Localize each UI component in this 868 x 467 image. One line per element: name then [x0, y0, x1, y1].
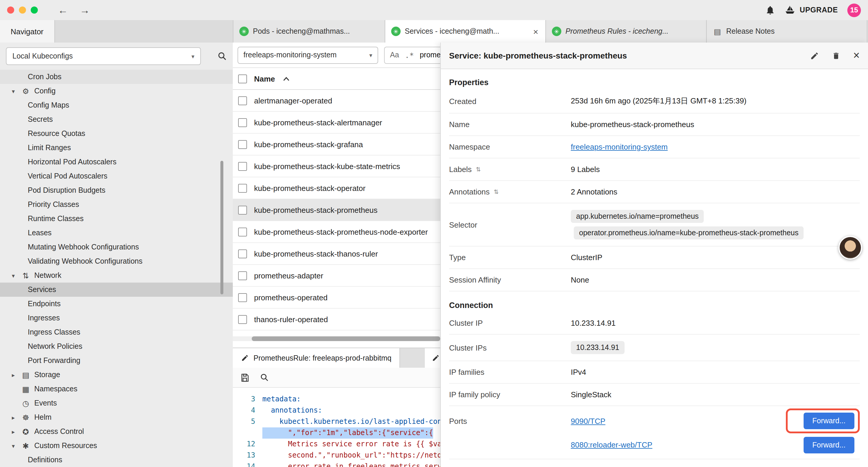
row-checkbox[interactable]: [238, 205, 247, 214]
edit-icon[interactable]: [810, 51, 819, 60]
save-icon[interactable]: [240, 373, 249, 382]
regex-icon[interactable]: .*: [405, 51, 414, 59]
port-link[interactable]: 9090/TCP: [571, 416, 606, 425]
match-case-icon[interactable]: Aa: [390, 51, 399, 59]
sidebar-item-network[interactable]: ▾⇅Network: [0, 268, 233, 283]
back-icon[interactable]: ←: [58, 5, 68, 15]
avatar[interactable]: [838, 236, 862, 260]
tab-release-notes[interactable]: ▤Release Notes: [707, 20, 867, 42]
sidebar-item-pod-disruption-budgets[interactable]: Pod Disruption Budgets: [0, 183, 233, 198]
chevron-down-icon[interactable]: ▾: [12, 272, 21, 279]
sidebar-item-resource-quotas[interactable]: Resource Quotas: [0, 126, 233, 141]
sidebar-item-secrets[interactable]: Secrets: [0, 112, 233, 126]
navigator-panel-tab[interactable]: Navigator: [0, 20, 55, 42]
kubeconfig-selector[interactable]: Local Kubeconfigs ▾: [6, 47, 201, 65]
table-row[interactable]: kube-prometheus-stack-prometheus-node-ex…: [233, 221, 440, 243]
sidebar-item-services[interactable]: Services: [0, 283, 233, 297]
sidebar-item-definitions[interactable]: Definitions: [0, 453, 233, 467]
dock-tab-next[interactable]: [425, 348, 440, 368]
sidebar-item-leases[interactable]: Leases: [0, 226, 233, 240]
port-link[interactable]: 8080:reloader-web/TCP: [571, 440, 652, 449]
sidebar-item-cron-jobs[interactable]: Cron Jobs: [0, 70, 233, 84]
sidebar-item-label: Horizontal Pod Autoscalers: [28, 158, 116, 166]
notifications-bell-icon[interactable]: [766, 5, 776, 15]
search-icon[interactable]: [217, 52, 227, 61]
sidebar-item-runtime-classes[interactable]: Runtime Classes: [0, 212, 233, 226]
sidebar-item-ingresses[interactable]: Ingresses: [0, 311, 233, 325]
table-row[interactable]: kube-prometheus-stack-alertmanager: [233, 112, 440, 134]
close-icon[interactable]: ×: [532, 26, 539, 36]
row-checkbox[interactable]: [238, 293, 247, 302]
sort-asc-icon[interactable]: [283, 77, 290, 81]
sidebar-item-namespaces[interactable]: ▦Namespaces: [0, 382, 233, 396]
tab-services-icecheng-math[interactable]: ✳Services - icecheng@math...×: [385, 20, 546, 42]
sidebar-item-port-forwarding[interactable]: Port Forwarding: [0, 353, 233, 368]
column-header-name[interactable]: Name: [254, 74, 275, 83]
sidebar-item-priority-classes[interactable]: Priority Classes: [0, 198, 233, 212]
sidebar-item-access-control[interactable]: ▸✪Access Control: [0, 425, 233, 439]
sidebar-item-config[interactable]: ▾⚙Config: [0, 84, 233, 98]
sidebar-item-custom-resources[interactable]: ▾✱Custom Resources: [0, 439, 233, 453]
minimize-window-button[interactable]: [19, 6, 26, 13]
chevron-right-icon[interactable]: ▸: [12, 428, 21, 435]
fullscreen-window-button[interactable]: [31, 6, 38, 13]
table-search-input[interactable]: Aa .* prome: [384, 47, 440, 63]
row-checkbox[interactable]: [238, 315, 247, 324]
chevron-right-icon[interactable]: ▸: [12, 372, 21, 378]
row-checkbox[interactable]: [238, 249, 247, 258]
tab-pods-icecheng-mathmas[interactable]: ✳Pods - icecheng@mathmas...: [234, 20, 385, 42]
sidebar-item-ingress-classes[interactable]: Ingress Classes: [0, 325, 233, 339]
row-checkbox[interactable]: [238, 227, 247, 236]
row-checkbox[interactable]: [238, 96, 247, 105]
horizontal-scrollbar-thumb[interactable]: [252, 337, 440, 341]
namespace-link[interactable]: freeleaps-monitoring-system: [571, 143, 668, 151]
expand-toggle-icon[interactable]: ⇅: [476, 166, 481, 173]
sidebar-item-config-maps[interactable]: Config Maps: [0, 98, 233, 112]
namespace-selector[interactable]: freeleaps-monitoring-system ▾: [238, 47, 378, 63]
table-row[interactable]: kube-prometheus-stack-operator: [233, 177, 440, 199]
row-checkbox[interactable]: [238, 162, 247, 171]
dock-tab-prometheusrule[interactable]: PrometheusRule: freeleaps-prod-rabbitmq: [233, 348, 400, 368]
yaml-editor[interactable]: 3metadata:4 annotations:5 kubectl.kubern…: [233, 388, 440, 467]
sidebar-item-validating-webhook-configurations[interactable]: Validating Webhook Configurations: [0, 254, 233, 268]
sidebar-item-network-policies[interactable]: Network Policies: [0, 339, 233, 353]
table-row[interactable]: prometheus-adapter: [233, 265, 440, 287]
sidebar-item-mutating-webhook-configurations[interactable]: Mutating Webhook Configurations: [0, 240, 233, 254]
chevron-right-icon[interactable]: ▸: [12, 414, 21, 420]
notification-count-badge[interactable]: 15: [847, 3, 861, 17]
row-checkbox[interactable]: [238, 271, 247, 280]
close-icon[interactable]: ×: [853, 49, 860, 62]
sidebar-item-events[interactable]: ◷Events: [0, 396, 233, 410]
sidebar-item-endpoints[interactable]: Endpoints: [0, 297, 233, 311]
close-window-button[interactable]: [7, 6, 14, 13]
sidebar-item-vertical-pod-autoscalers[interactable]: Vertical Pod Autoscalers: [0, 169, 233, 183]
table-row[interactable]: kube-prometheus-stack-thanos-ruler: [233, 243, 440, 265]
select-all-checkbox[interactable]: [238, 74, 247, 83]
sidebar-scrollbar[interactable]: [220, 161, 223, 294]
table-row[interactable]: kube-prometheus-stack-kube-state-metrics: [233, 155, 440, 177]
table-row[interactable]: prometheus-operated: [233, 287, 440, 309]
sidebar-item-horizontal-pod-autoscalers[interactable]: Horizontal Pod Autoscalers: [0, 155, 233, 169]
forward-icon[interactable]: →: [80, 5, 90, 15]
table-row[interactable]: kube-prometheus-stack-prometheus: [233, 199, 440, 221]
table-row[interactable]: kube-prometheus-stack-grafana: [233, 134, 440, 155]
sidebar-item-helm[interactable]: ▸☸Helm: [0, 410, 233, 425]
expand-toggle-icon[interactable]: ⇅: [494, 188, 499, 195]
detail-row-annotations: Annotations⇅2 Annotations: [449, 181, 860, 203]
search-icon[interactable]: [260, 373, 269, 382]
forward-button[interactable]: Forward...: [803, 413, 855, 429]
chevron-down-icon[interactable]: ▾: [12, 442, 21, 449]
sidebar-item-storage[interactable]: ▸▤Storage: [0, 368, 233, 382]
table-row[interactable]: alertmanager-operated: [233, 90, 440, 112]
row-checkbox[interactable]: [238, 183, 247, 193]
table-row[interactable]: thanos-ruler-operated: [233, 309, 440, 330]
sidebar-item-limit-ranges[interactable]: Limit Ranges: [0, 141, 233, 155]
chevron-down-icon[interactable]: ▾: [12, 88, 21, 94]
row-checkbox[interactable]: [238, 118, 247, 127]
tab-prometheus-rules-icecheng[interactable]: ✳Prometheus Rules - icecheng...: [546, 20, 707, 42]
horizontal-scrollbar-track[interactable]: [233, 337, 440, 341]
row-checkbox[interactable]: [238, 140, 247, 149]
forward-button[interactable]: Forward...: [803, 437, 855, 453]
delete-icon[interactable]: [832, 51, 840, 60]
upgrade-button[interactable]: UPGRADE: [785, 5, 838, 15]
